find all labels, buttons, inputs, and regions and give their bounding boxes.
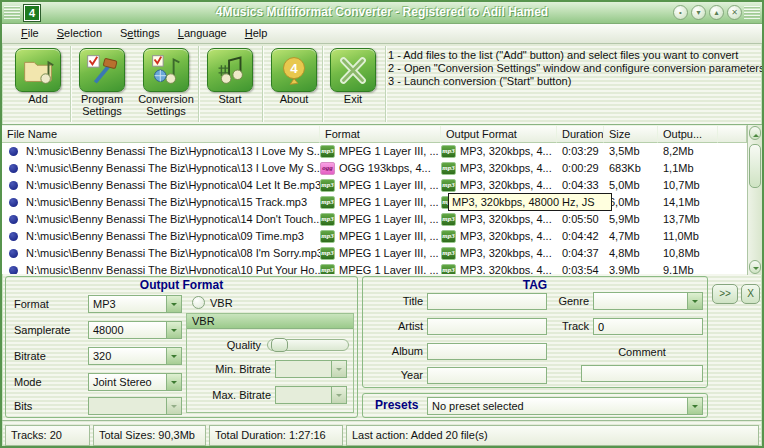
chevron-down-icon	[331, 387, 346, 403]
menu-item-selection[interactable]: Selection	[48, 24, 111, 43]
quality-slider-thumb[interactable]	[271, 338, 288, 352]
file-name-cell: N:\music\Benny Benassi The Biz\Hypnotica…	[26, 143, 320, 160]
bitrate-select[interactable]: 320	[88, 347, 182, 365]
size-cell: 4,7Mb	[604, 228, 658, 245]
samplerate-select[interactable]: 48000	[88, 321, 182, 339]
title-bar[interactable]: 4 4Musics Multiformat Converter - Regist…	[2, 2, 762, 24]
column-header-size[interactable]: Size	[603, 125, 658, 143]
scroll-down-icon[interactable]	[749, 260, 761, 274]
chevron-down-icon[interactable]	[166, 348, 181, 364]
column-header-output-size[interactable]: Outpu...	[657, 125, 718, 143]
quality-slider[interactable]	[267, 339, 349, 351]
artist-field[interactable]	[427, 318, 547, 335]
size-cell: 683Kb	[604, 160, 658, 177]
table-row[interactable]: N:\music\Benny Benassi The Biz\Hypnotica…	[2, 194, 747, 211]
output-format-cell: MP3, 320kbps, 4...	[460, 245, 552, 262]
scroll-up-icon[interactable]	[749, 126, 761, 140]
chevron-down-icon	[166, 398, 181, 414]
table-row[interactable]: N:\music\Benny Benassi The Biz\Hypnotica…	[2, 262, 747, 274]
column-header-filler	[717, 125, 747, 143]
instruction-line: 3 - Launch conversion ("Start" button)	[388, 75, 764, 88]
format-icon: ogg	[320, 162, 335, 175]
table-row[interactable]: N:\music\Benny Benassi The Biz\Hypnotica…	[2, 211, 747, 228]
tray-button[interactable]: •	[673, 5, 688, 20]
table-row[interactable]: N:\music\Benny Benassi The Biz\Hypnotica…	[2, 160, 747, 177]
year-field[interactable]	[427, 367, 547, 384]
scrollbar-thumb[interactable]	[749, 144, 761, 188]
output-format-icon: mp3	[441, 264, 456, 274]
toolbar: Add Program Settings	[2, 44, 762, 124]
start-button-label: Start	[218, 93, 241, 105]
instruction-line: 1 - Add files to the list ("Add" button)…	[388, 49, 764, 62]
tag-title: TAG	[363, 278, 707, 292]
maximize-button[interactable]: ▴	[709, 5, 724, 20]
menu-item-file[interactable]: File	[12, 24, 48, 43]
table-row[interactable]: N:\music\Benny Benassi The Biz\Hypnotica…	[2, 228, 747, 245]
program-settings-icon	[79, 48, 125, 92]
table-row[interactable]: N:\music\Benny Benassi The Biz\Hypnotica…	[2, 143, 747, 160]
start-button[interactable]: Start	[202, 48, 258, 105]
titlebar-grip-right	[744, 6, 760, 19]
size-cell: 6,0Mb	[604, 194, 658, 211]
start-icon	[207, 48, 253, 92]
format-cell: MPEG 1 Layer III, ...	[339, 262, 439, 274]
chevron-down-icon[interactable]	[687, 293, 702, 309]
expand-button[interactable]: >>	[712, 284, 738, 304]
column-header-file-name[interactable]: File Name	[1, 125, 320, 143]
track-field[interactable]	[593, 318, 703, 335]
presets-select[interactable]: No preset selected	[427, 397, 703, 415]
genre-value	[594, 293, 687, 309]
max-bitrate-select	[275, 386, 347, 404]
output-format-cell: MP3, 320kbps, 4...	[460, 177, 552, 194]
chevron-down-icon[interactable]	[166, 296, 181, 312]
chevron-down-icon[interactable]	[166, 374, 181, 390]
duration-cell: 0:04:42	[557, 228, 604, 245]
track-bullet-icon	[9, 181, 18, 190]
program-settings-button[interactable]: Program Settings	[73, 48, 131, 117]
comment-field[interactable]	[581, 365, 703, 382]
format-cell: MPEG 1 Layer III, ...	[339, 177, 439, 194]
add-icon	[15, 48, 61, 92]
column-header-format[interactable]: Format	[319, 125, 441, 143]
conversion-settings-button[interactable]: Conversion Settings	[133, 48, 199, 117]
vbr-checkbox[interactable]	[192, 296, 205, 309]
menu-item-settings[interactable]: Settings	[111, 24, 169, 43]
chevron-down-icon[interactable]	[687, 398, 702, 414]
add-button[interactable]: Add	[10, 48, 66, 105]
file-name-cell: N:\music\Benny Benassi The Biz\Hypnotica…	[26, 262, 320, 274]
duration-cell: 0:04:33	[557, 177, 604, 194]
min-bitrate-label: Min. Bitrate	[189, 360, 271, 378]
vertical-scrollbar[interactable]	[747, 125, 762, 275]
output-format-icon: mp3	[441, 213, 456, 226]
title-field[interactable]	[427, 293, 547, 310]
status-total-duration: Total Duration: 1:27:16	[209, 425, 343, 446]
chevron-down-icon[interactable]	[166, 322, 181, 338]
menu-item-language[interactable]: Language	[169, 24, 236, 43]
format-select[interactable]: MP3	[88, 295, 182, 313]
minimize-button[interactable]: ▾	[691, 5, 706, 20]
format-icon: mp3	[320, 213, 335, 226]
window-title: 4Musics Multiformat Converter - Register…	[2, 5, 762, 19]
menu-bar: File Selection Settings Language Help	[2, 24, 762, 44]
format-icon: mp3	[320, 145, 335, 158]
mode-select[interactable]: Joint Stereo	[88, 373, 182, 391]
close-button[interactable]: ✕	[727, 5, 742, 20]
file-name-cell: N:\music\Benny Benassi The Biz\Hypnotica…	[26, 160, 320, 177]
output-size-cell: 11,0Mb	[658, 228, 718, 245]
about-button[interactable]: 4 About	[265, 48, 323, 105]
exit-button[interactable]: Exit	[325, 48, 381, 105]
output-format-title: Output Format	[6, 278, 357, 292]
format-icon: mp3	[320, 230, 335, 243]
album-field[interactable]	[427, 343, 547, 360]
close-panel-button[interactable]: X	[741, 284, 760, 304]
column-header-duration[interactable]: Duration	[556, 125, 604, 143]
column-header-output-format[interactable]: Output Format	[440, 125, 557, 143]
genre-select[interactable]	[593, 292, 703, 310]
bits-label: Bits	[14, 397, 32, 415]
file-name-cell: N:\music\Benny Benassi The Biz\Hypnotica…	[26, 211, 320, 228]
menu-item-help[interactable]: Help	[236, 24, 277, 43]
table-row[interactable]: N:\music\Benny Benassi The Biz\Hypnotica…	[2, 245, 747, 262]
quality-label: Quality	[189, 336, 261, 354]
table-row[interactable]: N:\music\Benny Benassi The Biz\Hypnotica…	[2, 177, 747, 194]
format-icon: mp3	[320, 264, 335, 274]
